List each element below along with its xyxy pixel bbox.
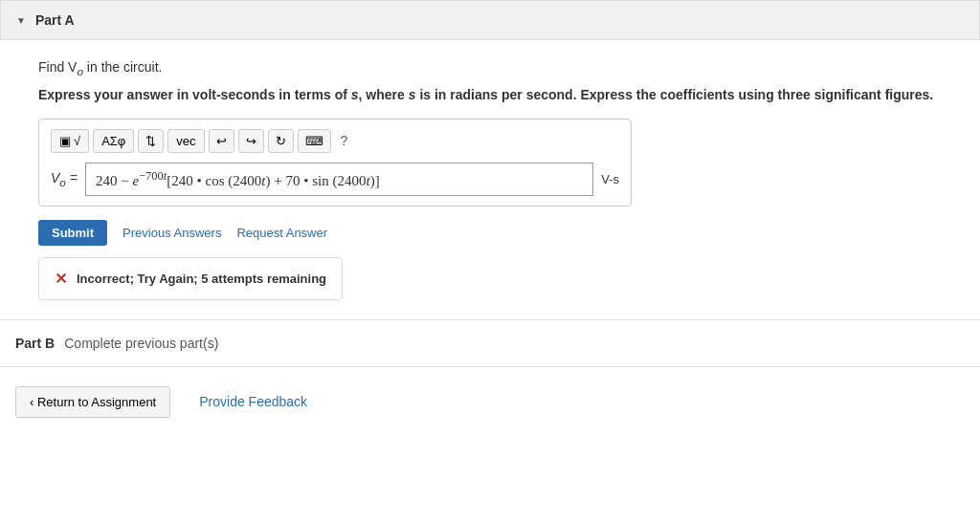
sqrt-symbol: √ <box>74 134 80 148</box>
previous-answers-link[interactable]: Previous Answers <box>122 226 221 240</box>
math-unit-label: V-s <box>601 172 619 186</box>
redo-button[interactable]: ↪ <box>238 129 264 153</box>
provide-feedback-link[interactable]: Provide Feedback <box>199 394 307 409</box>
vec-label: vec <box>176 134 195 148</box>
greek-label: ΑΣφ <box>101 134 125 148</box>
keyboard-button[interactable]: ⌨ <box>298 129 331 153</box>
part-a-content: Find Vo in the circuit. Express your ans… <box>0 40 980 320</box>
part-b-section: Part B Complete previous part(s) <box>0 320 980 367</box>
error-x-icon: ✕ <box>55 270 67 288</box>
return-to-assignment-button[interactable]: ‹ Return to Assignment <box>15 386 170 418</box>
undo-icon: ↩ <box>216 134 227 148</box>
keyboard-icon: ⌨ <box>305 134 323 148</box>
part-b-row: Part B Complete previous part(s) <box>15 336 965 351</box>
math-input-container: ▣ √ ΑΣφ ⇅ vec ↩ ↪ ↻ <box>38 119 632 207</box>
math-expression-text: 240 − e−700t[240 • cos (2400t) + 70 • si… <box>96 173 380 188</box>
refresh-button[interactable]: ↻ <box>268 129 294 153</box>
error-message: Incorrect; Try Again; 5 attempts remaini… <box>77 272 326 286</box>
sqrt-button[interactable]: ▣ √ <box>51 129 89 153</box>
instructions-text: Express your answer in volt-seconds in t… <box>38 85 942 105</box>
error-box: ✕ Incorrect; Try Again; 5 attempts remai… <box>38 257 343 300</box>
request-answer-link[interactable]: Request Answer <box>236 226 327 240</box>
submit-row: Submit Previous Answers Request Answer <box>38 220 942 246</box>
sqrt-box-icon: ▣ <box>59 134 71 148</box>
undo-button[interactable]: ↩ <box>209 129 234 153</box>
greek-button[interactable]: ΑΣφ <box>93 129 134 153</box>
math-toolbar: ▣ √ ΑΣφ ⇅ vec ↩ ↪ ↻ <box>51 129 619 153</box>
part-a-header[interactable]: ▼ Part A <box>0 0 980 40</box>
part-b-description: Complete previous part(s) <box>64 336 218 351</box>
part-b-label: Part B <box>15 336 55 351</box>
math-expression-row: Vo = 240 − e−700t[240 • cos (2400t) + 70… <box>51 163 619 196</box>
redo-icon: ↪ <box>246 134 256 148</box>
math-display-field[interactable]: 240 − e−700t[240 • cos (2400t) + 70 • si… <box>85 163 593 196</box>
vec-button[interactable]: vec <box>167 129 204 153</box>
arrows-button[interactable]: ⇅ <box>138 129 164 153</box>
find-vo-text: Find Vo in the circuit. <box>38 59 942 77</box>
refresh-icon: ↻ <box>276 134 286 148</box>
arrows-icon: ⇅ <box>145 134 156 148</box>
submit-button[interactable]: Submit <box>38 220 107 246</box>
footer-row: ‹ Return to Assignment Provide Feedback <box>0 367 980 437</box>
help-question-icon[interactable]: ? <box>341 133 348 148</box>
collapse-arrow-icon[interactable]: ▼ <box>16 15 26 26</box>
math-variable-label: Vo = <box>51 170 78 188</box>
part-a-title: Part A <box>35 12 75 28</box>
